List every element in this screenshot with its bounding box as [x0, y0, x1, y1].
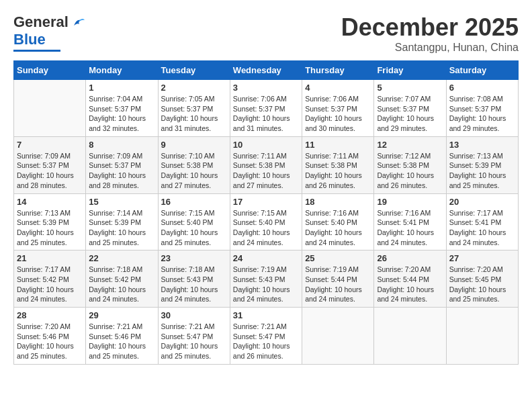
- empty-cell: [374, 308, 446, 365]
- logo-bird-icon: [71, 16, 86, 28]
- day-header-sunday: Sunday: [14, 61, 86, 80]
- day-info: Sunrise: 7:05 AM Sunset: 5:37 PM Dayligh…: [161, 94, 227, 134]
- day-cell-14: 14Sunrise: 7:13 AM Sunset: 5:39 PM Dayli…: [14, 193, 86, 250]
- day-number: 31: [233, 310, 299, 320]
- day-info: Sunrise: 7:14 AM Sunset: 5:39 PM Dayligh…: [89, 208, 154, 248]
- calendar-table: SundayMondayTuesdayWednesdayThursdayFrid…: [13, 60, 519, 365]
- day-number: 23: [161, 253, 227, 263]
- day-info: Sunrise: 7:06 AM Sunset: 5:37 PM Dayligh…: [233, 94, 299, 134]
- day-info: Sunrise: 7:18 AM Sunset: 5:43 PM Dayligh…: [161, 265, 227, 304]
- day-info: Sunrise: 7:18 AM Sunset: 5:42 PM Dayligh…: [89, 265, 154, 304]
- day-info: Sunrise: 7:21 AM Sunset: 5:47 PM Dayligh…: [233, 322, 299, 361]
- day-number: 7: [17, 140, 83, 150]
- day-cell-28: 28Sunrise: 7:20 AM Sunset: 5:46 PM Dayli…: [14, 308, 86, 365]
- month-title: December 2025: [341, 13, 519, 42]
- day-number: 16: [161, 197, 227, 207]
- day-cell-3: 3Sunrise: 7:06 AM Sunset: 5:37 PM Daylig…: [230, 80, 302, 137]
- day-cell-9: 9Sunrise: 7:10 AM Sunset: 5:38 PM Daylig…: [158, 136, 230, 193]
- day-header-friday: Friday: [374, 61, 446, 80]
- logo: General Blue: [13, 13, 86, 52]
- day-info: Sunrise: 7:15 AM Sunset: 5:40 PM Dayligh…: [161, 208, 227, 248]
- day-info: Sunrise: 7:09 AM Sunset: 5:37 PM Dayligh…: [17, 151, 83, 191]
- day-cell-30: 30Sunrise: 7:21 AM Sunset: 5:47 PM Dayli…: [158, 308, 230, 365]
- day-info: Sunrise: 7:11 AM Sunset: 5:38 PM Dayligh…: [305, 151, 371, 191]
- day-header-saturday: Saturday: [446, 61, 518, 80]
- day-number: 20: [449, 197, 515, 207]
- day-info: Sunrise: 7:20 AM Sunset: 5:46 PM Dayligh…: [17, 322, 83, 361]
- day-number: 24: [233, 253, 299, 263]
- day-info: Sunrise: 7:04 AM Sunset: 5:37 PM Dayligh…: [89, 94, 154, 134]
- day-info: Sunrise: 7:16 AM Sunset: 5:40 PM Dayligh…: [305, 208, 371, 248]
- day-cell-7: 7Sunrise: 7:09 AM Sunset: 5:37 PM Daylig…: [14, 136, 86, 193]
- day-cell-20: 20Sunrise: 7:17 AM Sunset: 5:41 PM Dayli…: [446, 193, 518, 250]
- day-number: 5: [377, 83, 443, 93]
- day-cell-13: 13Sunrise: 7:13 AM Sunset: 5:39 PM Dayli…: [446, 136, 518, 193]
- location-subtitle: Santangpu, Hunan, China: [341, 42, 519, 54]
- day-info: Sunrise: 7:19 AM Sunset: 5:43 PM Dayligh…: [233, 265, 299, 304]
- day-info: Sunrise: 7:15 AM Sunset: 5:40 PM Dayligh…: [233, 208, 299, 248]
- day-cell-10: 10Sunrise: 7:11 AM Sunset: 5:38 PM Dayli…: [230, 136, 302, 193]
- day-info: Sunrise: 7:21 AM Sunset: 5:47 PM Dayligh…: [161, 322, 227, 361]
- day-cell-25: 25Sunrise: 7:19 AM Sunset: 5:44 PM Dayli…: [302, 250, 374, 308]
- day-info: Sunrise: 7:06 AM Sunset: 5:37 PM Dayligh…: [305, 94, 371, 134]
- day-header-wednesday: Wednesday: [230, 61, 302, 80]
- day-number: 15: [89, 197, 154, 207]
- day-cell-17: 17Sunrise: 7:15 AM Sunset: 5:40 PM Dayli…: [230, 193, 302, 250]
- day-info: Sunrise: 7:20 AM Sunset: 5:45 PM Dayligh…: [449, 265, 515, 304]
- day-cell-15: 15Sunrise: 7:14 AM Sunset: 5:39 PM Dayli…: [86, 193, 158, 250]
- logo-underline: [13, 50, 60, 52]
- day-number: 26: [377, 253, 443, 263]
- title-area: December 2025 Santangpu, Hunan, China: [341, 13, 519, 54]
- day-number: 21: [17, 253, 83, 263]
- day-info: Sunrise: 7:12 AM Sunset: 5:38 PM Dayligh…: [377, 151, 443, 191]
- day-number: 3: [233, 83, 299, 93]
- calendar-week-2: 7Sunrise: 7:09 AM Sunset: 5:37 PM Daylig…: [14, 136, 519, 193]
- day-info: Sunrise: 7:08 AM Sunset: 5:37 PM Dayligh…: [449, 94, 515, 134]
- day-cell-5: 5Sunrise: 7:07 AM Sunset: 5:37 PM Daylig…: [374, 80, 446, 137]
- day-header-monday: Monday: [86, 61, 158, 80]
- day-cell-24: 24Sunrise: 7:19 AM Sunset: 5:43 PM Dayli…: [230, 250, 302, 308]
- day-number: 14: [17, 197, 83, 207]
- day-info: Sunrise: 7:17 AM Sunset: 5:41 PM Dayligh…: [449, 208, 515, 248]
- day-cell-29: 29Sunrise: 7:21 AM Sunset: 5:46 PM Dayli…: [86, 308, 158, 365]
- calendar-week-3: 14Sunrise: 7:13 AM Sunset: 5:39 PM Dayli…: [14, 193, 519, 250]
- day-number: 25: [305, 253, 371, 263]
- day-cell-11: 11Sunrise: 7:11 AM Sunset: 5:38 PM Dayli…: [302, 136, 374, 193]
- day-number: 18: [305, 197, 371, 207]
- day-number: 29: [89, 310, 154, 320]
- day-cell-2: 2Sunrise: 7:05 AM Sunset: 5:37 PM Daylig…: [158, 80, 230, 137]
- day-number: 1: [89, 83, 154, 93]
- day-number: 30: [161, 310, 227, 320]
- day-cell-26: 26Sunrise: 7:20 AM Sunset: 5:44 PM Dayli…: [374, 250, 446, 308]
- day-info: Sunrise: 7:20 AM Sunset: 5:44 PM Dayligh…: [377, 265, 443, 304]
- day-info: Sunrise: 7:09 AM Sunset: 5:37 PM Dayligh…: [89, 151, 154, 191]
- day-cell-22: 22Sunrise: 7:18 AM Sunset: 5:42 PM Dayli…: [86, 250, 158, 308]
- day-number: 28: [17, 310, 83, 320]
- day-number: 27: [449, 253, 515, 263]
- day-info: Sunrise: 7:16 AM Sunset: 5:41 PM Dayligh…: [377, 208, 443, 248]
- day-number: 17: [233, 197, 299, 207]
- day-number: 22: [89, 253, 154, 263]
- day-cell-27: 27Sunrise: 7:20 AM Sunset: 5:45 PM Dayli…: [446, 250, 518, 308]
- day-cell-8: 8Sunrise: 7:09 AM Sunset: 5:37 PM Daylig…: [86, 136, 158, 193]
- day-header-tuesday: Tuesday: [158, 61, 230, 80]
- day-info: Sunrise: 7:13 AM Sunset: 5:39 PM Dayligh…: [17, 208, 83, 248]
- day-cell-4: 4Sunrise: 7:06 AM Sunset: 5:37 PM Daylig…: [302, 80, 374, 137]
- day-info: Sunrise: 7:21 AM Sunset: 5:46 PM Dayligh…: [89, 322, 154, 361]
- day-cell-1: 1Sunrise: 7:04 AM Sunset: 5:37 PM Daylig…: [86, 80, 158, 137]
- day-cell-21: 21Sunrise: 7:17 AM Sunset: 5:42 PM Dayli…: [14, 250, 86, 308]
- day-number: 11: [305, 140, 371, 150]
- page-header: General Blue December 2025 Santangpu, Hu…: [13, 13, 519, 54]
- day-info: Sunrise: 7:17 AM Sunset: 5:42 PM Dayligh…: [17, 265, 83, 304]
- day-info: Sunrise: 7:19 AM Sunset: 5:44 PM Dayligh…: [305, 265, 371, 304]
- empty-cell: [14, 80, 86, 137]
- calendar-week-4: 21Sunrise: 7:17 AM Sunset: 5:42 PM Dayli…: [14, 250, 519, 308]
- day-number: 19: [377, 197, 443, 207]
- day-number: 10: [233, 140, 299, 150]
- day-cell-12: 12Sunrise: 7:12 AM Sunset: 5:38 PM Dayli…: [374, 136, 446, 193]
- calendar-week-5: 28Sunrise: 7:20 AM Sunset: 5:46 PM Dayli…: [14, 308, 519, 365]
- day-cell-16: 16Sunrise: 7:15 AM Sunset: 5:40 PM Dayli…: [158, 193, 230, 250]
- day-header-thursday: Thursday: [302, 61, 374, 80]
- day-number: 4: [305, 83, 371, 93]
- day-number: 9: [161, 140, 227, 150]
